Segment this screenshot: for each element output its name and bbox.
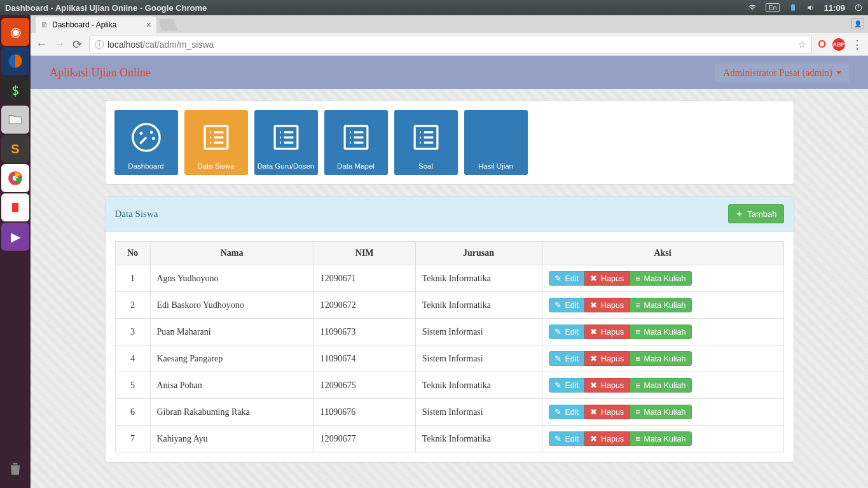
edit-button[interactable]: ✎ Edit <box>549 271 585 286</box>
svg-point-0 <box>752 10 753 11</box>
tile-label: Hasil Ujian <box>478 162 513 170</box>
new-tab-button[interactable] <box>158 19 177 31</box>
cell-jurusan: Teknik Informatika <box>415 372 542 399</box>
nav-tile-dashboard[interactable]: Dashboard <box>114 110 178 175</box>
col-nim: NIM <box>313 242 415 265</box>
opera-extension-icon[interactable]: O <box>818 39 826 50</box>
edit-button[interactable]: ✎ Edit <box>549 405 585 419</box>
edit-button[interactable]: ✎ Edit <box>549 324 585 339</box>
cell-aksi: ✎ Edit✖ Hapus≡ Mata Kuliah <box>542 345 783 372</box>
cell-jurusan: Sistem Informasi <box>415 345 542 372</box>
list-icon: ≡ <box>635 274 640 283</box>
clock[interactable]: 11:09 <box>824 3 845 13</box>
power-icon[interactable] <box>854 3 863 12</box>
courses-button[interactable]: ≡ Mata Kuliah <box>630 324 691 339</box>
cell-no: 5 <box>115 372 150 399</box>
edit-button[interactable]: ✎ Edit <box>549 431 585 446</box>
cell-aksi: ✎ Edit✖ Hapus≡ Mata Kuliah <box>542 399 783 426</box>
launcher-app-red[interactable] <box>1 193 29 221</box>
table-body: 1Agus Yudhoyono12090671Teknik Informatik… <box>115 265 783 452</box>
page-content: Aplikasi Ujian Online Administrator Pusa… <box>31 56 868 488</box>
nav-tile-data-siswa[interactable]: Data Siswa <box>184 110 248 175</box>
courses-button[interactable]: ≡ Mata Kuliah <box>630 431 691 446</box>
file-icon <box>479 115 513 160</box>
delete-button[interactable]: ✖ Hapus <box>584 431 630 446</box>
courses-button[interactable]: ≡ Mata Kuliah <box>630 298 691 312</box>
cell-aksi: ✎ Edit✖ Hapus≡ Mata Kuliah <box>542 372 783 399</box>
list-icon: ≡ <box>635 408 640 417</box>
launcher-files[interactable] <box>1 106 29 134</box>
cell-no: 3 <box>115 319 150 345</box>
pencil-icon: ✎ <box>555 380 561 390</box>
svg-point-11 <box>149 130 153 134</box>
tab-close-icon[interactable]: × <box>146 20 151 30</box>
cell-nim: 11090673 <box>313 319 415 345</box>
info-icon[interactable]: i <box>95 40 104 49</box>
courses-button[interactable]: ≡ Mata Kuliah <box>630 351 691 366</box>
launcher-trash[interactable] <box>1 455 29 483</box>
launcher-firefox[interactable] <box>1 47 29 75</box>
chrome-profile-button[interactable]: 👤 <box>851 18 864 29</box>
user-menu[interactable]: Administrator Pusat (admin) <box>715 64 849 82</box>
courses-button[interactable]: ≡ Mata Kuliah <box>630 271 691 286</box>
cell-nama: Kahiyang Ayu <box>150 426 313 452</box>
x-icon: ✖ <box>590 300 597 310</box>
reload-button[interactable]: ⟳ <box>71 38 83 52</box>
cell-nim: 11090676 <box>313 399 415 426</box>
keyboard-indicator[interactable]: En <box>766 3 779 12</box>
launcher-media[interactable]: ▶ <box>1 223 29 251</box>
address-bar[interactable]: i localhost/cat/adm/m_siswa ☆ <box>89 36 812 53</box>
table-row: 4Kaesang Pangarep11090674Sistem Informas… <box>115 345 783 372</box>
cell-no: 4 <box>115 345 150 372</box>
tile-label: Dashboard <box>128 162 163 170</box>
cell-jurusan: Sistem Informasi <box>415 319 542 345</box>
list-icon <box>410 115 443 160</box>
wifi-icon[interactable] <box>748 3 757 12</box>
delete-button[interactable]: ✖ Hapus <box>584 405 630 419</box>
url-text: localhost/cat/adm/m_siswa <box>107 39 214 50</box>
browser-tab[interactable]: 🗎 Dashboard - Aplika × <box>36 17 156 33</box>
cell-nama: Agus Yudhoyono <box>150 265 313 292</box>
courses-button[interactable]: ≡ Mata Kuliah <box>630 405 691 419</box>
svg-rect-2 <box>792 4 794 4</box>
list-icon: ≡ <box>635 301 640 310</box>
back-button[interactable]: ← <box>36 38 47 51</box>
chrome-menu-icon[interactable]: ⋮ <box>851 38 863 52</box>
x-icon: ✖ <box>590 407 597 417</box>
extensions: O ABP ⋮ <box>818 38 863 52</box>
app-brand[interactable]: Aplikasi Ujian Online <box>50 66 151 80</box>
delete-button[interactable]: ✖ Hapus <box>584 351 630 366</box>
data-panel: Data Siswa ＋ Tambah NoNamaNIMJurusanAksi… <box>105 196 794 463</box>
table-row: 2Edi Baskoro Yudhoyono12090672Teknik Inf… <box>115 292 783 319</box>
os-indicators: En 11:09 <box>748 3 863 13</box>
courses-button[interactable]: ≡ Mata Kuliah <box>630 378 691 393</box>
volume-icon[interactable] <box>806 3 815 12</box>
launcher-terminal[interactable]: $ <box>1 76 29 104</box>
nav-tile-hasil-ujian[interactable]: Hasil Ujian <box>464 110 528 175</box>
nav-tile-data-guru-dosen[interactable]: Data Guru/Dosen <box>254 110 318 175</box>
abp-extension-icon[interactable]: ABP <box>832 38 845 51</box>
cell-no: 1 <box>115 265 150 292</box>
svg-rect-1 <box>791 4 795 10</box>
cell-nim: 12090671 <box>313 265 415 292</box>
edit-button[interactable]: ✎ Edit <box>549 298 585 312</box>
bookmark-star-icon[interactable]: ☆ <box>798 39 806 50</box>
launcher-sublime[interactable]: S <box>1 135 29 163</box>
delete-button[interactable]: ✖ Hapus <box>584 271 630 286</box>
tab-title: Dashboard - Aplika <box>52 20 116 29</box>
delete-button[interactable]: ✖ Hapus <box>584 324 630 339</box>
forward-button[interactable]: → <box>53 38 65 51</box>
nav-tile-data-mapel[interactable]: Data Mapel <box>324 110 388 175</box>
add-button-label: Tambah <box>747 209 776 219</box>
delete-button[interactable]: ✖ Hapus <box>584 378 630 393</box>
edit-button[interactable]: ✎ Edit <box>549 378 585 393</box>
launcher-ubuntu[interactable]: ◉ <box>1 18 29 46</box>
chrome-tabstrip: 🗎 Dashboard - Aplika × 👤 <box>31 15 868 33</box>
edit-button[interactable]: ✎ Edit <box>549 351 585 366</box>
battery-icon[interactable] <box>789 3 797 12</box>
add-button[interactable]: ＋ Tambah <box>728 204 783 223</box>
launcher-chrome[interactable] <box>1 164 29 192</box>
nav-tile-soal[interactable]: Soal <box>394 110 458 175</box>
cell-no: 2 <box>115 292 150 319</box>
delete-button[interactable]: ✖ Hapus <box>584 298 630 312</box>
